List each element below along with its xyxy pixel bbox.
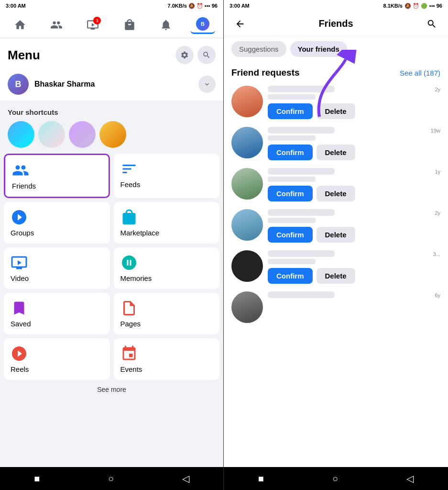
request-name-blur-5: [268, 250, 335, 257]
request-avatar-6: [231, 291, 263, 323]
watch-badge: 1: [93, 17, 101, 24]
friends-search-button[interactable]: [423, 15, 440, 33]
confirm-button-1[interactable]: Confirm: [268, 103, 313, 119]
nav-home[interactable]: [8, 17, 32, 33]
confirm-button-3[interactable]: Confirm: [268, 186, 313, 201]
shortcut-1[interactable]: [8, 121, 34, 148]
right-signal: ▪▪▪ 96: [429, 3, 442, 9]
tab-your-friends[interactable]: Your friends: [290, 41, 347, 57]
request-avatar-5: [231, 250, 263, 282]
right-time: 3:00 AM: [229, 3, 250, 9]
menu-item-feeds-label: Feeds: [120, 180, 213, 189]
request-item-6: 6y: [231, 288, 440, 327]
marketplace-icon: [120, 209, 138, 226]
video-icon: [11, 254, 28, 271]
menu-item-pages-label: Pages: [120, 320, 213, 328]
nav-watch[interactable]: 1: [81, 17, 105, 33]
feeds-icon: [120, 160, 138, 178]
delete-button-2[interactable]: Delete: [317, 145, 355, 160]
menu-item-events-label: Events: [120, 365, 213, 373]
shortcut-3[interactable]: [69, 121, 96, 148]
request-mutual-blur-2: [268, 135, 316, 141]
settings-button[interactable]: [175, 46, 194, 64]
nav-friends[interactable]: [44, 17, 68, 33]
menu-actions: [175, 46, 216, 64]
request-actions-3: Confirm Delete: [268, 186, 440, 201]
menu-item-marketplace[interactable]: Marketplace: [114, 202, 220, 244]
menu-item-groups[interactable]: Groups: [4, 202, 110, 244]
search-button[interactable]: [197, 46, 216, 64]
request-item-3: Confirm Delete 1y: [231, 164, 440, 205]
request-time-1: 2y: [435, 87, 440, 92]
request-actions-4: Confirm Delete: [268, 227, 440, 243]
menu-item-reels[interactable]: Reels: [4, 338, 110, 380]
right-status-bar: 3:00 AM 8.1KB/s 🔕 ⏰ 🟢 ▪▪▪ 96: [224, 0, 448, 11]
request-time-4: 2y: [435, 210, 440, 216]
events-icon: [120, 345, 138, 362]
nav-bar: 1 B: [0, 11, 223, 38]
delete-button-1[interactable]: Delete: [317, 103, 355, 119]
reels-icon: [11, 345, 28, 362]
menu-item-feeds[interactable]: Feeds: [114, 154, 220, 198]
shortcut-2[interactable]: [38, 121, 65, 148]
request-time-3: 1y: [435, 169, 440, 175]
back-button[interactable]: [231, 15, 249, 33]
right-panel-inner: Friends Suggestions Your friends Friend …: [224, 11, 448, 467]
tab-suggestions[interactable]: Suggestions: [231, 41, 286, 57]
see-more[interactable]: See more: [0, 380, 223, 399]
nav-circle[interactable]: ○: [108, 473, 114, 484]
menu-item-video-label: Video: [11, 274, 103, 282]
menu-item-memories[interactable]: Memories: [114, 247, 220, 289]
menu-item-saved-label: Saved: [11, 320, 103, 328]
profile-chevron[interactable]: [198, 76, 216, 93]
nav-square[interactable]: ■: [34, 473, 40, 484]
nav-profile[interactable]: B: [190, 15, 215, 34]
request-avatar-4: [231, 209, 263, 241]
request-name-blur-1: [268, 86, 335, 92]
request-name-blur-2: [268, 127, 335, 134]
menu-item-memories-label: Memories: [120, 274, 213, 282]
request-mutual-blur-5: [268, 259, 316, 264]
delete-button-5[interactable]: Delete: [317, 268, 355, 284]
delete-button-3[interactable]: Delete: [317, 186, 355, 201]
tabs-row: Suggestions Your friends: [224, 36, 448, 62]
confirm-button-2[interactable]: Confirm: [268, 145, 313, 160]
request-avatar-1: [231, 86, 263, 117]
request-content-4: Confirm Delete: [268, 209, 440, 243]
right-nav-square[interactable]: ■: [258, 473, 264, 484]
menu-item-marketplace-label: Marketplace: [120, 229, 213, 237]
request-avatar-3: [231, 168, 263, 200]
left-status-bar: 3:00 AM 7.0KB/s 🔕 ⏰ ▪▪▪ 96: [0, 0, 223, 11]
menu-item-friends[interactable]: Friends: [4, 154, 110, 198]
menu-item-video[interactable]: Video: [4, 247, 110, 289]
left-panel: 3:00 AM 7.0KB/s 🔕 ⏰ ▪▪▪ 96 1 B: [0, 0, 224, 490]
shortcut-4[interactable]: [99, 121, 126, 148]
menu-title: Menu: [8, 48, 40, 63]
right-nav-circle[interactable]: ○: [332, 473, 338, 484]
left-time: 3:00 AM: [6, 3, 26, 9]
profile-row[interactable]: B Bhaskar Sharma: [0, 68, 223, 100]
delete-button-4[interactable]: Delete: [317, 227, 355, 243]
friends-icon: [12, 162, 29, 179]
right-nav-triangle[interactable]: ◁: [406, 473, 414, 484]
nav-marketplace[interactable]: [118, 17, 142, 33]
left-status-right: 7.0KB/s 🔕 ⏰ ▪▪▪ 96: [168, 3, 218, 9]
confirm-button-4[interactable]: Confirm: [268, 227, 313, 243]
nav-notifications[interactable]: [154, 17, 178, 33]
pages-icon: [120, 300, 138, 317]
confirm-button-5[interactable]: Confirm: [268, 268, 313, 284]
request-content-6: [268, 291, 440, 300]
request-actions-1: Confirm Delete: [268, 103, 440, 119]
menu-item-pages[interactable]: Pages: [114, 293, 220, 334]
requests-title: Friend requests: [231, 67, 300, 78]
see-all-link[interactable]: See all (187): [400, 69, 440, 77]
request-mutual-blur-4: [268, 218, 316, 223]
request-name-blur-4: [268, 209, 335, 216]
menu-item-saved[interactable]: Saved: [4, 293, 110, 334]
request-name-blur-6: [268, 291, 335, 298]
menu-item-groups-label: Groups: [11, 229, 103, 237]
nav-triangle[interactable]: ◁: [182, 473, 189, 484]
left-data-speed: 7.0KB/s: [168, 3, 187, 9]
menu-item-events[interactable]: Events: [114, 338, 220, 380]
memories-icon: [120, 254, 138, 271]
